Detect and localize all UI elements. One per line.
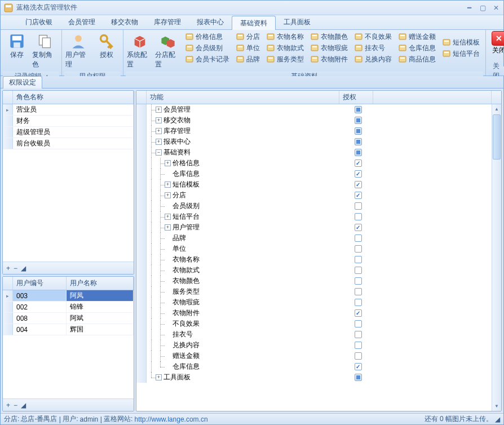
ribbon-item[interactable]: 衣物名称 bbox=[264, 31, 306, 42]
user-management-button[interactable]: 用户管理 bbox=[64, 31, 92, 72]
tree-row[interactable]: +报表中心 bbox=[136, 136, 492, 147]
scroll-up-button[interactable]: ▲ bbox=[492, 104, 501, 114]
tree-row[interactable]: +工具面板 bbox=[136, 372, 492, 383]
auth-checkbox[interactable] bbox=[355, 320, 362, 327]
tree-row[interactable]: 衣物瑕疵 bbox=[136, 297, 492, 308]
menu-item-2[interactable]: 移交衣物 bbox=[103, 15, 146, 29]
tree-row[interactable]: 兑换内容 bbox=[136, 340, 492, 351]
ribbon-item[interactable]: 服务类型 bbox=[264, 54, 306, 65]
tree-header-func[interactable]: 功能 bbox=[147, 91, 339, 104]
auth-checkbox[interactable] bbox=[355, 117, 362, 124]
tree-row[interactable]: +移交衣物 bbox=[136, 115, 492, 126]
menu-item-0[interactable]: 门店收银 bbox=[17, 15, 60, 29]
auth-checkbox[interactable] bbox=[355, 181, 362, 188]
tree-expander[interactable]: + bbox=[165, 224, 171, 231]
ribbon-item[interactable]: 商品信息 bbox=[396, 54, 438, 65]
auth-checkbox[interactable] bbox=[355, 309, 362, 317]
auth-checkbox[interactable] bbox=[355, 288, 362, 295]
menu-item-4[interactable]: 报表中心 bbox=[189, 15, 232, 29]
users-remove-button[interactable]: − bbox=[14, 401, 17, 409]
role-row[interactable]: ▸营业员 bbox=[3, 104, 134, 116]
auth-checkbox[interactable] bbox=[355, 267, 362, 274]
role-row[interactable]: 前台收银员 bbox=[3, 138, 134, 149]
tree-row[interactable]: +库存管理 bbox=[136, 126, 492, 136]
tree-expander[interactable]: + bbox=[156, 139, 162, 145]
tree-row[interactable]: 单位 bbox=[136, 244, 492, 254]
user-row[interactable]: ▸003阿凤 bbox=[3, 290, 134, 302]
tree-row[interactable]: 赠送金额 bbox=[136, 351, 492, 361]
ribbon-item[interactable]: 衣物款式 bbox=[264, 42, 306, 54]
roles-header[interactable]: 角色名称 bbox=[13, 91, 134, 104]
auth-checkbox[interactable] bbox=[355, 170, 362, 178]
tree-row[interactable]: +用户管理 bbox=[136, 222, 492, 233]
user-row[interactable]: 004辉国 bbox=[3, 324, 134, 335]
tree-row[interactable]: 衣物名称 bbox=[136, 254, 492, 265]
auth-checkbox[interactable] bbox=[355, 363, 362, 370]
roles-add-button[interactable]: + bbox=[6, 264, 10, 272]
tree-expander[interactable]: + bbox=[156, 128, 162, 134]
user-row[interactable]: 002锦锋 bbox=[3, 302, 134, 313]
tree-header-auth[interactable]: 授权 bbox=[339, 91, 373, 104]
auth-checkbox[interactable] bbox=[355, 342, 362, 349]
ribbon-item[interactable]: 兑换内容 bbox=[352, 54, 394, 65]
auth-checkbox[interactable] bbox=[355, 192, 362, 199]
tree-expander[interactable]: + bbox=[156, 107, 162, 113]
tree-row[interactable]: +短信平台 bbox=[136, 211, 492, 222]
auth-checkbox[interactable] bbox=[355, 245, 362, 253]
users-add-button[interactable]: + bbox=[6, 401, 10, 409]
auth-checkbox[interactable] bbox=[355, 106, 362, 113]
role-row[interactable]: 财务 bbox=[3, 116, 134, 127]
ribbon-item[interactable]: 分店 bbox=[234, 31, 262, 42]
users-header-id[interactable]: 用户编号 bbox=[13, 277, 67, 290]
tree-row[interactable]: 仓库信息 bbox=[136, 361, 492, 372]
tree-row[interactable]: 会员级别 bbox=[136, 201, 492, 211]
menu-item-5[interactable]: 基础资料 bbox=[232, 16, 276, 30]
close-window-button[interactable]: ✕ bbox=[490, 3, 502, 12]
tree-row[interactable]: 衣物颜色 bbox=[136, 276, 492, 286]
ribbon-item[interactable]: 会员卡记录 bbox=[183, 54, 232, 65]
ribbon-item[interactable]: 赠送金额 bbox=[396, 31, 438, 42]
maximize-button[interactable]: ▢ bbox=[476, 3, 489, 12]
store-config-button[interactable]: 分店配置 bbox=[154, 31, 182, 72]
roles-remove-button[interactable]: − bbox=[14, 264, 17, 272]
ribbon-item[interactable]: 品牌 bbox=[234, 54, 262, 65]
tree-expander[interactable]: + bbox=[165, 192, 171, 198]
auth-checkbox[interactable] bbox=[355, 202, 362, 210]
auth-checkbox[interactable] bbox=[355, 127, 362, 135]
ribbon-item[interactable]: 短信平台 bbox=[440, 48, 482, 59]
ribbon-item[interactable]: 会员级别 bbox=[183, 42, 232, 54]
menu-item-3[interactable]: 库存管理 bbox=[146, 15, 189, 29]
role-row[interactable]: 超级管理员 bbox=[3, 127, 134, 138]
roles-more-button[interactable]: ◢ bbox=[21, 264, 26, 272]
tree-row[interactable]: 服务类型 bbox=[136, 286, 492, 297]
ribbon-item[interactable]: 不良效果 bbox=[352, 31, 394, 42]
save-button[interactable]: 保存 bbox=[3, 31, 31, 62]
auth-checkbox[interactable] bbox=[355, 331, 362, 338]
tree-row[interactable]: 品牌 bbox=[136, 233, 492, 244]
tree-expander[interactable]: + bbox=[156, 374, 162, 380]
tree-expander[interactable]: + bbox=[165, 181, 171, 188]
ribbon-item[interactable]: 仓库信息 bbox=[396, 42, 438, 54]
ribbon-item[interactable]: 单位 bbox=[234, 42, 262, 54]
auth-checkbox[interactable] bbox=[355, 256, 362, 263]
ribbon-item[interactable]: 短信模板 bbox=[440, 37, 482, 48]
auth-checkbox[interactable] bbox=[355, 299, 362, 306]
tab-permission-settings[interactable]: 权限设定 bbox=[3, 76, 42, 88]
copy-role-button[interactable]: 复制角色 bbox=[31, 31, 59, 72]
tree-expander[interactable]: + bbox=[165, 214, 171, 220]
tree-row[interactable]: +短信模板 bbox=[136, 179, 492, 190]
menu-item-1[interactable]: 会员管理 bbox=[60, 15, 103, 29]
ribbon-item[interactable]: 衣物颜色 bbox=[308, 31, 350, 42]
tree-expander[interactable]: + bbox=[156, 117, 162, 123]
system-config-button[interactable]: 系统配置 bbox=[126, 31, 154, 72]
scroll-down-button[interactable]: ▼ bbox=[492, 401, 501, 411]
auth-checkbox[interactable] bbox=[355, 277, 362, 285]
ribbon-item[interactable]: 衣物附件 bbox=[308, 54, 350, 65]
tree-row[interactable]: +会员管理 bbox=[136, 104, 492, 115]
auth-checkbox[interactable] bbox=[355, 374, 362, 381]
user-row[interactable]: 008阿斌 bbox=[3, 313, 134, 324]
ribbon-item[interactable]: 挂衣号 bbox=[352, 42, 394, 54]
tree-row[interactable]: 挂衣号 bbox=[136, 329, 492, 340]
menu-item-6[interactable]: 工具面板 bbox=[276, 15, 319, 29]
ribbon-close-button[interactable]: ✕ 关闭 bbox=[488, 31, 504, 55]
